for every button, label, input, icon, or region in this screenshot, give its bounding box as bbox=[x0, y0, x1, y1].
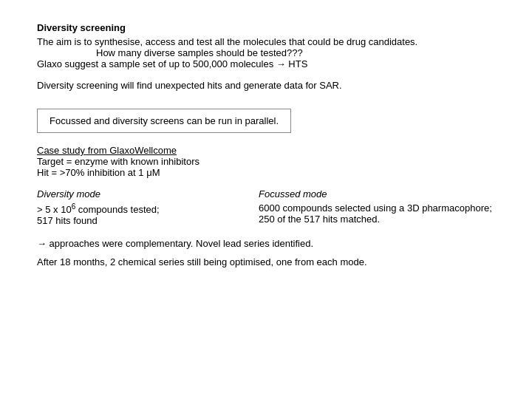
diversity-line1-pre: > 5 x 10 bbox=[37, 204, 72, 215]
page-title: Diversity screening bbox=[37, 22, 495, 33]
focussed-line2: 250 of the 517 hits matched. bbox=[259, 214, 495, 225]
case-line1: Target = enzyme with known inhibitors bbox=[37, 156, 495, 167]
para1-line3: Glaxo suggest a sample set of up to 500,… bbox=[37, 58, 495, 69]
para2-section: Diversity screening will find unexpected… bbox=[37, 80, 495, 91]
box-section: Focussed and diversity screens can be ru… bbox=[37, 101, 495, 145]
parallel-box: Focussed and diversity screens can be ru… bbox=[37, 109, 291, 133]
focussed-mode-label: Focussed mode bbox=[259, 188, 495, 200]
box-text: Focussed and diversity screens can be ru… bbox=[50, 115, 279, 126]
final-para: After 18 months, 2 chemical series still… bbox=[37, 256, 495, 267]
case-line2: Hit = >70% inhibition at 1 μM bbox=[37, 167, 495, 178]
diversity-mode-label: Diversity mode bbox=[37, 188, 259, 200]
diversity-line1: > 5 x 106 compounds tested; bbox=[37, 202, 259, 215]
diversity-line2: 517 hits found bbox=[37, 215, 259, 226]
two-column-section: Diversity mode > 5 x 106 compounds teste… bbox=[37, 188, 495, 226]
para2-text: Diversity screening will find unexpected… bbox=[37, 80, 495, 91]
case-study-label: Case study from GlaxoWellcome bbox=[37, 145, 495, 156]
main-content: Diversity screening The aim is to synthe… bbox=[37, 22, 495, 267]
arrow-para: → approaches were complementary. Novel l… bbox=[37, 238, 495, 249]
arrow-section: → approaches were complementary. Novel l… bbox=[37, 238, 495, 249]
diversity-line1-post: compounds tested; bbox=[75, 204, 159, 215]
focussed-column: Focussed mode 6000 compounds selected us… bbox=[259, 188, 495, 226]
final-section: After 18 months, 2 chemical series still… bbox=[37, 256, 495, 267]
para1-line2: How many diverse samples should be teste… bbox=[96, 47, 495, 58]
para1-line1: The aim is to synthesise, access and tes… bbox=[37, 36, 495, 47]
focussed-line1: 6000 compounds selected using a 3D pharm… bbox=[259, 202, 495, 214]
heading-section: Diversity screening The aim is to synthe… bbox=[37, 22, 495, 69]
diversity-column: Diversity mode > 5 x 106 compounds teste… bbox=[37, 188, 259, 226]
case-study-section: Case study from GlaxoWellcome Target = e… bbox=[37, 145, 495, 178]
